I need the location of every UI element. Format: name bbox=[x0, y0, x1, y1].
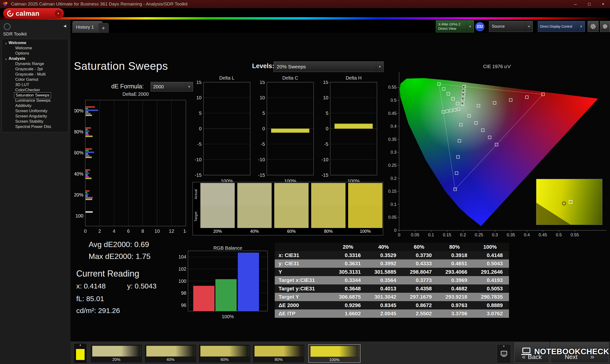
display-control-dropdown[interactable]: Direct Display Control bbox=[538, 21, 585, 32]
svg-text:-15: -15 bbox=[258, 172, 265, 178]
measurement-table: 20%40%60%80%100%x: CIE310.33160.35290.37… bbox=[275, 243, 509, 318]
sidebar-item-welcome[interactable]: Welcome bbox=[2, 46, 68, 51]
delta-l-chart-title: Delta L bbox=[204, 75, 250, 81]
sidebar-section-analysis[interactable]: Analysis bbox=[2, 56, 68, 61]
chevron-down-icon bbox=[376, 62, 383, 72]
sidebar-item-saturation-sweeps[interactable]: Saturation Sweeps bbox=[14, 93, 51, 98]
gear-icon bbox=[590, 23, 596, 29]
svg-text:-10: -10 bbox=[195, 157, 202, 162]
sidebar-item-luminance-sweeps[interactable]: Luminance Sweeps bbox=[2, 98, 68, 103]
table-column-header: 80% bbox=[438, 244, 473, 250]
rgb-bar-blue bbox=[238, 253, 259, 311]
sidebar-collapse-button[interactable] bbox=[62, 22, 68, 29]
sidebar-item-options[interactable]: Options bbox=[2, 51, 68, 56]
header-band bbox=[0, 8, 610, 17]
thumbnail-target-marker bbox=[569, 200, 572, 204]
close-button[interactable]: × bbox=[596, 0, 610, 8]
workflow-settings-button[interactable] bbox=[600, 21, 610, 32]
pattern-display-button[interactable] bbox=[497, 344, 511, 363]
reading-fl: fL: 85.01 bbox=[76, 295, 104, 303]
back-button[interactable]: Back bbox=[514, 343, 549, 363]
pattern-level-40[interactable]: 40% bbox=[144, 344, 196, 363]
svg-text:0.3: 0.3 bbox=[492, 233, 498, 237]
sidebar-item-dynamic-range[interactable]: Dynamic Range bbox=[2, 61, 68, 66]
cell-value: 0.3631 bbox=[331, 260, 367, 267]
cell-value: 0.3730 bbox=[402, 252, 438, 259]
svg-text:0.15: 0.15 bbox=[388, 189, 397, 194]
sidebar-item-grayscale-multi[interactable]: Grayscale - Multi bbox=[2, 72, 68, 77]
pattern-footer: 20%40%60%80%100% Back Next bbox=[71, 342, 610, 364]
cell-value: 0.3344 bbox=[331, 277, 367, 284]
svg-text:0.2: 0.2 bbox=[460, 233, 466, 237]
calman-logo-text: calman bbox=[16, 10, 39, 17]
sidebar-item-screen-angularity[interactable]: Screen Angularity bbox=[2, 114, 68, 119]
cie-chart-title: CIE 1976 u'v' bbox=[387, 64, 607, 69]
svg-text:60%: 60% bbox=[74, 150, 83, 155]
svg-text:4: 4 bbox=[113, 228, 115, 234]
pattern-level-color bbox=[254, 346, 303, 357]
calman-menu-button[interactable]: calman bbox=[3, 8, 64, 19]
pattern-level-label: 40% bbox=[146, 357, 195, 363]
window-titlebar: Calman 2025 Calman Ultimate for Business… bbox=[0, 0, 610, 8]
add-tab-button[interactable]: + bbox=[98, 23, 109, 33]
swatch-40: 40% bbox=[237, 183, 272, 235]
swatch-20: 20% bbox=[200, 183, 235, 235]
calman-app: Calman 2025 Calman Ultimate for Business… bbox=[0, 0, 610, 364]
svg-text:-10: -10 bbox=[258, 157, 265, 162]
table-column-header: 60% bbox=[402, 244, 438, 250]
cell-value: 297.1679 bbox=[402, 294, 438, 300]
source-dropdown[interactable]: Source bbox=[489, 21, 533, 32]
levels-dropdown[interactable]: 20% Sweeps bbox=[273, 62, 384, 72]
swatch-target bbox=[237, 206, 272, 228]
svg-text:100: 100 bbox=[76, 213, 83, 219]
pattern-level-color bbox=[200, 346, 249, 357]
settings-gear-button[interactable] bbox=[588, 21, 598, 32]
svg-text:5: 5 bbox=[326, 111, 328, 116]
monitor-icon bbox=[500, 350, 508, 357]
svg-text:0: 0 bbox=[326, 126, 328, 131]
svg-text:6: 6 bbox=[127, 228, 130, 234]
svg-text:0.4: 0.4 bbox=[390, 124, 397, 129]
pattern-level-100[interactable]: 100% bbox=[308, 344, 361, 363]
cell-value: 0.5053 bbox=[473, 286, 509, 292]
svg-text:0.55: 0.55 bbox=[571, 233, 579, 237]
calman-menu-chevron-icon[interactable] bbox=[55, 10, 62, 17]
cell-value: 1.6602 bbox=[331, 311, 367, 317]
swatch-actual bbox=[200, 183, 235, 206]
svg-text:-5: -5 bbox=[261, 142, 265, 147]
minimize-button[interactable]: – bbox=[569, 0, 582, 8]
max-de2000: Max dE2000: 1.75 bbox=[89, 252, 151, 261]
svg-text:0.45: 0.45 bbox=[388, 111, 397, 116]
sidebar-item-screen-stability[interactable]: Screen Stability bbox=[2, 119, 68, 124]
sidebar-item-colorchecker[interactable]: ColorChecker bbox=[2, 87, 68, 93]
pattern-window-button[interactable] bbox=[74, 343, 87, 363]
cell-value: 0.3773 bbox=[402, 277, 438, 284]
popup-handle-icon bbox=[79, 344, 81, 346]
svg-text:0.25: 0.25 bbox=[475, 233, 483, 237]
sidebar-item-color-gamut[interactable]: Color Gamut bbox=[2, 77, 68, 82]
sidebar-item-grayscale-2pt[interactable]: Grayscale - 2pt bbox=[2, 66, 68, 72]
cie-zoom-thumbnail[interactable] bbox=[536, 179, 602, 225]
pattern-level-20[interactable]: 20% bbox=[90, 344, 143, 363]
svg-text:-15: -15 bbox=[322, 172, 328, 178]
session-indicator-icon[interactable] bbox=[4, 23, 11, 30]
cell-value: 0.3564 bbox=[367, 277, 402, 284]
sidebar-item-screen-uniformity[interactable]: Screen Uniformity bbox=[2, 108, 68, 114]
pattern-level-60[interactable]: 60% bbox=[198, 344, 251, 363]
next-label: Next bbox=[565, 353, 577, 361]
sidebar-item-spectral-power-dist[interactable]: Spectral Power Dist. bbox=[2, 124, 68, 129]
sidebar-item-3d-lut[interactable]: 3D LUT bbox=[2, 82, 68, 87]
table-row-target-y: Target Y306.6875301.3042297.1679293.9218… bbox=[275, 293, 509, 301]
pattern-level-80[interactable]: 80% bbox=[253, 344, 305, 363]
sidebar-section-welcome[interactable]: Welcome bbox=[2, 40, 68, 46]
cell-value: 0.4193 bbox=[473, 277, 509, 284]
sidebar-item-additivity[interactable]: Additivity bbox=[2, 103, 68, 108]
meter-dropdown[interactable]: X-Rite i1Pro 2 Direct View bbox=[436, 20, 474, 32]
meter-name: X-Rite i1Pro 2 Direct View bbox=[438, 22, 460, 31]
cell-value: 0.4682 bbox=[438, 286, 473, 292]
cell-value: 0.9763 bbox=[438, 302, 473, 309]
de-formula-dropdown[interactable]: 2000 bbox=[151, 82, 193, 91]
maximize-button[interactable]: □ bbox=[582, 0, 596, 8]
meter-count-badge[interactable]: 232 bbox=[475, 22, 484, 31]
next-button[interactable]: Next bbox=[550, 343, 609, 363]
